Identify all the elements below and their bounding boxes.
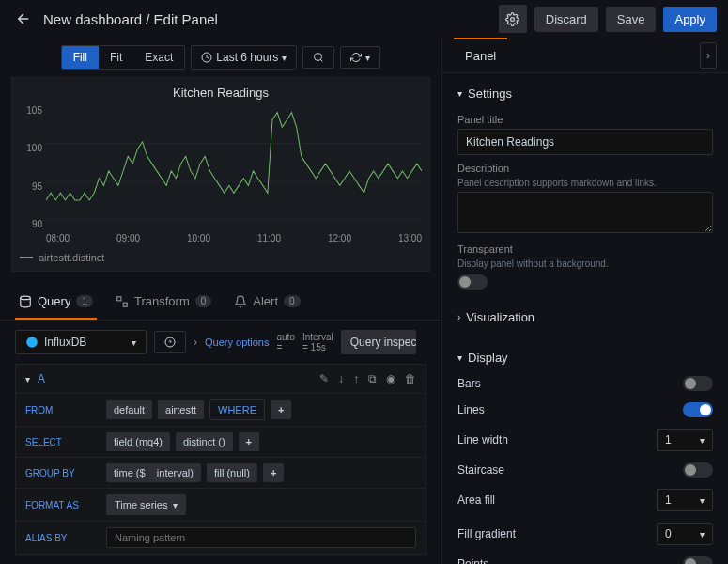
query-count-badge: 1 (76, 295, 93, 307)
points-toggle[interactable] (683, 556, 713, 564)
transparent-hint: Display panel without a background. (457, 258, 713, 269)
chart-panel: Kitchen Readings 105 100 95 90 08:00 09 (11, 77, 430, 272)
panel-tab[interactable]: Panel (454, 38, 507, 72)
breadcrumb: New dashboard / Edit Panel (43, 11, 491, 27)
x-axis: 08:00 09:00 10:00 11:00 12:00 13:00 (46, 233, 422, 246)
add-groupby-button[interactable]: + (263, 463, 284, 482)
fill-gradient-select[interactable]: 0▾ (657, 523, 713, 545)
exact-button[interactable]: Exact (133, 46, 184, 69)
tab-query[interactable]: Query 1 (15, 285, 97, 320)
staircase-label: Staircase (457, 463, 504, 477)
bars-toggle[interactable] (683, 376, 713, 391)
select-agg-chip[interactable]: distinct () (176, 432, 233, 451)
fill-gradient-label: Fill gradient (457, 527, 516, 540)
from-default-chip[interactable]: default (106, 400, 152, 419)
fit-button[interactable]: Fit (99, 46, 133, 69)
svg-point-7 (21, 296, 31, 300)
chevron-right-icon: › (457, 312, 460, 322)
chart-legend[interactable]: airtestt.distinct (20, 252, 422, 263)
add-select-button[interactable]: + (239, 432, 259, 451)
select-label: SELECT (25, 437, 101, 447)
tab-transform[interactable]: Transform 0 (112, 285, 215, 320)
groupby-time-chip[interactable]: time ($__interval) (106, 463, 201, 482)
chevron-down-icon: ▾ (457, 88, 462, 99)
zoom-out-button[interactable] (302, 46, 334, 69)
edit-icon[interactable]: ✎ (319, 372, 329, 385)
alert-count-badge: 0 (284, 295, 301, 307)
fill-button[interactable]: Fill (62, 46, 99, 69)
display-section-header[interactable]: ▾ Display (457, 345, 713, 370)
svg-rect-8 (117, 296, 121, 300)
alias-label: ALIAS BY (25, 533, 101, 543)
refresh-button[interactable]: ▾ (340, 46, 380, 69)
panel-expand-button[interactable]: › (700, 42, 717, 69)
search-icon (313, 52, 324, 63)
groupby-fill-chip[interactable]: fill (null) (207, 463, 257, 482)
chart-title: Kitchen Readings (20, 86, 422, 100)
format-label: FORMAT AS (25, 500, 101, 510)
chevron-down-icon: ▾ (132, 337, 136, 348)
query-inspector-button[interactable]: Query inspector (341, 330, 416, 354)
panel-title-input[interactable] (457, 129, 713, 155)
chevron-down-icon: ▾ (457, 352, 462, 363)
time-range-picker[interactable]: Last 6 hours ▾ (191, 45, 297, 70)
alias-input[interactable] (106, 527, 416, 548)
database-icon (19, 295, 32, 308)
datasource-select[interactable]: InfluxDB ▾ (15, 330, 147, 354)
transparent-toggle[interactable] (457, 274, 488, 290)
chart-plot[interactable] (46, 105, 422, 229)
from-measurement-chip[interactable]: airtestt (158, 400, 204, 419)
from-label: FROM (25, 405, 101, 415)
lines-label: Lines (457, 403, 485, 416)
line-width-label: Line width (457, 433, 508, 446)
area-fill-label: Area fill (457, 494, 495, 507)
toggle-visibility-icon[interactable]: ◉ (386, 372, 395, 385)
svg-point-10 (26, 337, 38, 348)
datasource-help-button[interactable] (154, 331, 186, 353)
bell-icon (234, 295, 247, 308)
area-fill-select[interactable]: 1▾ (657, 489, 713, 511)
lines-toggle[interactable] (683, 402, 713, 417)
expand-chevron[interactable]: › (194, 336, 197, 349)
where-keyword[interactable]: WHERE (209, 400, 265, 420)
chevron-down-icon: ▾ (365, 53, 370, 63)
move-down-icon[interactable]: ↓ (338, 372, 344, 385)
panel-title-label: Panel title (457, 114, 713, 125)
delete-icon[interactable]: 🗑 (405, 372, 416, 385)
move-up-icon[interactable]: ↑ (353, 372, 359, 385)
groupby-label: GROUP BY (25, 468, 101, 478)
chevron-down-icon: ▾ (282, 53, 287, 63)
transform-count-badge: 0 (195, 295, 212, 307)
points-label: Points (457, 557, 488, 564)
clock-icon (201, 52, 212, 63)
line-width-select[interactable]: 1▾ (657, 429, 713, 451)
svg-point-2 (315, 54, 322, 61)
influxdb-icon (25, 336, 39, 349)
settings-section-header[interactable]: ▾ Settings (457, 81, 713, 106)
transform-icon (116, 295, 129, 308)
back-button[interactable] (11, 7, 36, 31)
bars-label: Bars (457, 377, 481, 390)
svg-point-0 (511, 17, 515, 21)
tab-alert[interactable]: Alert 0 (230, 285, 303, 320)
refresh-icon (350, 52, 362, 63)
description-hint: Panel description supports markdown and … (457, 178, 713, 188)
select-field-chip[interactable]: field (mq4) (106, 432, 170, 451)
view-mode-segment: Fill Fit Exact (61, 45, 186, 70)
apply-button[interactable]: Apply (663, 7, 717, 32)
format-select[interactable]: Time series▾ (106, 494, 186, 515)
visualization-section-header[interactable]: › Visualization (457, 305, 713, 330)
chevron-down-icon[interactable]: ▾ (25, 374, 30, 384)
query-letter: A (38, 372, 312, 385)
staircase-toggle[interactable] (683, 462, 713, 478)
add-where-button[interactable]: + (271, 400, 291, 419)
y-axis: 105 100 95 90 (20, 105, 42, 229)
transparent-label: Transparent (457, 243, 713, 255)
description-textarea[interactable] (457, 192, 713, 233)
description-label: Description (457, 163, 713, 174)
settings-icon-button[interactable] (499, 5, 527, 33)
save-button[interactable]: Save (606, 7, 657, 32)
duplicate-icon[interactable]: ⧉ (368, 372, 377, 385)
discard-button[interactable]: Discard (534, 7, 598, 32)
query-options[interactable]: Query options Query options (205, 337, 269, 348)
